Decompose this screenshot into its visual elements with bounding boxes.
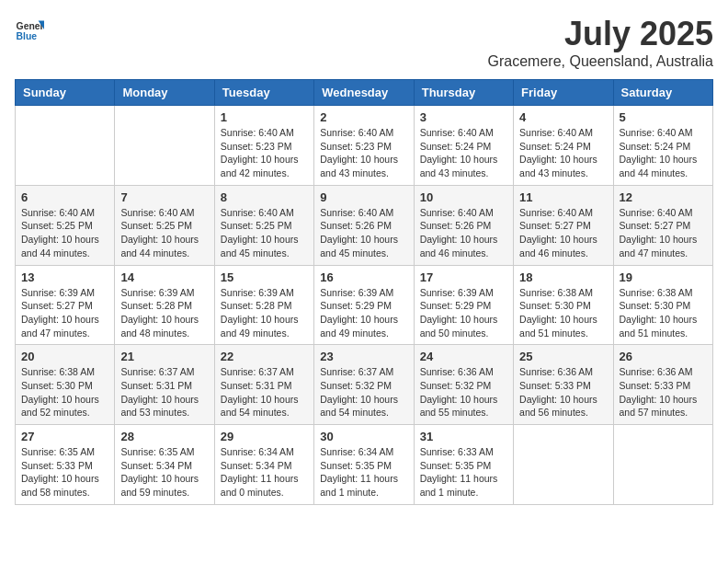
day-info: Sunrise: 6:36 AM Sunset: 5:33 PM Dayligh… [519, 365, 607, 419]
day-info: Sunrise: 6:39 AM Sunset: 5:28 PM Dayligh… [120, 286, 208, 340]
weekday-header-thursday: Thursday [414, 80, 513, 106]
day-number: 14 [120, 270, 208, 284]
weekday-header-monday: Monday [115, 80, 214, 106]
day-info: Sunrise: 6:40 AM Sunset: 5:24 PM Dayligh… [620, 126, 707, 180]
weekday-header-wednesday: Wednesday [314, 80, 414, 106]
day-info: Sunrise: 6:40 AM Sunset: 5:23 PM Dayligh… [221, 126, 308, 180]
day-number: 29 [221, 430, 308, 443]
calendar-cell: 28Sunrise: 6:35 AM Sunset: 5:34 PM Dayli… [115, 425, 214, 505]
weekday-header-tuesday: Tuesday [214, 80, 313, 106]
calendar-cell: 31Sunrise: 6:33 AM Sunset: 5:35 PM Dayli… [414, 425, 513, 505]
day-number: 7 [120, 190, 208, 204]
calendar-cell: 3Sunrise: 6:40 AM Sunset: 5:24 PM Daylig… [414, 106, 513, 186]
calendar-cell: 25Sunrise: 6:36 AM Sunset: 5:33 PM Dayli… [514, 345, 613, 425]
day-info: Sunrise: 6:40 AM Sunset: 5:26 PM Dayligh… [320, 206, 407, 260]
day-info: Sunrise: 6:40 AM Sunset: 5:27 PM Dayligh… [620, 206, 707, 260]
day-number: 21 [120, 350, 208, 363]
week-row-5: 27Sunrise: 6:35 AM Sunset: 5:33 PM Dayli… [16, 425, 713, 505]
calendar-cell: 10Sunrise: 6:40 AM Sunset: 5:26 PM Dayli… [414, 185, 513, 265]
day-info: Sunrise: 6:39 AM Sunset: 5:28 PM Dayligh… [221, 286, 308, 340]
calendar-cell: 30Sunrise: 6:34 AM Sunset: 5:35 PM Dayli… [314, 425, 414, 505]
calendar-cell: 9Sunrise: 6:40 AM Sunset: 5:26 PM Daylig… [314, 185, 414, 265]
calendar-cell: 19Sunrise: 6:38 AM Sunset: 5:30 PM Dayli… [613, 265, 712, 345]
logo-icon: General Blue [15, 15, 44, 44]
day-number: 12 [620, 190, 707, 204]
calendar-cell: 12Sunrise: 6:40 AM Sunset: 5:27 PM Dayli… [613, 185, 712, 265]
calendar-cell: 17Sunrise: 6:39 AM Sunset: 5:29 PM Dayli… [414, 265, 513, 345]
day-number: 17 [420, 270, 507, 284]
day-number: 22 [221, 350, 308, 363]
weekday-header-friday: Friday [514, 80, 613, 106]
day-info: Sunrise: 6:37 AM Sunset: 5:31 PM Dayligh… [221, 365, 308, 419]
day-number: 16 [320, 270, 407, 284]
calendar-cell: 8Sunrise: 6:40 AM Sunset: 5:25 PM Daylig… [214, 185, 313, 265]
day-number: 25 [519, 350, 607, 363]
day-number: 28 [120, 430, 208, 443]
calendar-cell: 7Sunrise: 6:40 AM Sunset: 5:25 PM Daylig… [115, 185, 214, 265]
day-info: Sunrise: 6:37 AM Sunset: 5:32 PM Dayligh… [320, 365, 407, 419]
day-info: Sunrise: 6:40 AM Sunset: 5:25 PM Dayligh… [120, 206, 208, 260]
calendar-cell: 27Sunrise: 6:35 AM Sunset: 5:33 PM Dayli… [16, 425, 115, 505]
day-number: 8 [221, 190, 308, 204]
day-number: 5 [620, 110, 707, 124]
page-header: General Blue July 2025 Gracemere, Queens… [15, 15, 713, 70]
weekday-header-row: SundayMondayTuesdayWednesdayThursdayFrid… [16, 80, 713, 106]
day-number: 19 [620, 270, 707, 284]
day-number: 10 [420, 190, 507, 204]
day-number: 23 [320, 350, 407, 363]
day-info: Sunrise: 6:36 AM Sunset: 5:32 PM Dayligh… [420, 365, 507, 419]
day-info: Sunrise: 6:40 AM Sunset: 5:26 PM Dayligh… [420, 206, 507, 260]
day-number: 9 [320, 190, 407, 204]
day-info: Sunrise: 6:38 AM Sunset: 5:30 PM Dayligh… [620, 286, 707, 340]
day-number: 6 [21, 190, 108, 204]
week-row-1: 1Sunrise: 6:40 AM Sunset: 5:23 PM Daylig… [16, 106, 713, 186]
logo: General Blue [15, 15, 44, 44]
day-info: Sunrise: 6:40 AM Sunset: 5:25 PM Dayligh… [221, 206, 308, 260]
calendar-cell: 15Sunrise: 6:39 AM Sunset: 5:28 PM Dayli… [214, 265, 313, 345]
day-info: Sunrise: 6:38 AM Sunset: 5:30 PM Dayligh… [519, 286, 607, 340]
svg-text:Blue: Blue [17, 31, 38, 41]
calendar-cell: 4Sunrise: 6:40 AM Sunset: 5:24 PM Daylig… [514, 106, 613, 186]
day-info: Sunrise: 6:39 AM Sunset: 5:29 PM Dayligh… [420, 286, 507, 340]
day-number: 26 [620, 350, 707, 363]
calendar-cell [115, 106, 214, 186]
day-info: Sunrise: 6:35 AM Sunset: 5:34 PM Dayligh… [120, 445, 208, 500]
weekday-header-saturday: Saturday [613, 80, 712, 106]
day-number: 2 [320, 110, 407, 124]
calendar-cell [514, 425, 613, 505]
day-number: 20 [21, 350, 108, 363]
day-info: Sunrise: 6:40 AM Sunset: 5:25 PM Dayligh… [21, 206, 108, 260]
day-number: 24 [420, 350, 507, 363]
calendar-cell: 13Sunrise: 6:39 AM Sunset: 5:27 PM Dayli… [16, 265, 115, 345]
calendar-cell: 29Sunrise: 6:34 AM Sunset: 5:34 PM Dayli… [214, 425, 313, 505]
day-info: Sunrise: 6:40 AM Sunset: 5:24 PM Dayligh… [519, 126, 607, 180]
calendar-cell [613, 425, 712, 505]
month-year: July 2025 [488, 15, 713, 53]
week-row-4: 20Sunrise: 6:38 AM Sunset: 5:30 PM Dayli… [16, 345, 713, 425]
calendar-cell: 6Sunrise: 6:40 AM Sunset: 5:25 PM Daylig… [16, 185, 115, 265]
day-number: 11 [519, 190, 607, 204]
week-row-2: 6Sunrise: 6:40 AM Sunset: 5:25 PM Daylig… [16, 185, 713, 265]
calendar-cell: 1Sunrise: 6:40 AM Sunset: 5:23 PM Daylig… [214, 106, 313, 186]
calendar-cell: 24Sunrise: 6:36 AM Sunset: 5:32 PM Dayli… [414, 345, 513, 425]
calendar-cell: 18Sunrise: 6:38 AM Sunset: 5:30 PM Dayli… [514, 265, 613, 345]
calendar-cell: 20Sunrise: 6:38 AM Sunset: 5:30 PM Dayli… [16, 345, 115, 425]
day-info: Sunrise: 6:35 AM Sunset: 5:33 PM Dayligh… [21, 445, 108, 500]
calendar-cell: 26Sunrise: 6:36 AM Sunset: 5:33 PM Dayli… [613, 345, 712, 425]
day-info: Sunrise: 6:37 AM Sunset: 5:31 PM Dayligh… [120, 365, 208, 419]
day-info: Sunrise: 6:33 AM Sunset: 5:35 PM Dayligh… [420, 445, 507, 500]
day-number: 31 [420, 430, 507, 443]
day-info: Sunrise: 6:36 AM Sunset: 5:33 PM Dayligh… [620, 365, 707, 419]
calendar-cell: 2Sunrise: 6:40 AM Sunset: 5:23 PM Daylig… [314, 106, 414, 186]
calendar-cell: 21Sunrise: 6:37 AM Sunset: 5:31 PM Dayli… [115, 345, 214, 425]
calendar-cell: 11Sunrise: 6:40 AM Sunset: 5:27 PM Dayli… [514, 185, 613, 265]
day-info: Sunrise: 6:40 AM Sunset: 5:24 PM Dayligh… [420, 126, 507, 180]
day-info: Sunrise: 6:39 AM Sunset: 5:29 PM Dayligh… [320, 286, 407, 340]
title-block: July 2025 Gracemere, Queensland, Austral… [488, 15, 713, 70]
weekday-header-sunday: Sunday [16, 80, 115, 106]
calendar-cell [16, 106, 115, 186]
calendar-cell: 22Sunrise: 6:37 AM Sunset: 5:31 PM Dayli… [214, 345, 313, 425]
week-row-3: 13Sunrise: 6:39 AM Sunset: 5:27 PM Dayli… [16, 265, 713, 345]
day-info: Sunrise: 6:39 AM Sunset: 5:27 PM Dayligh… [21, 286, 108, 340]
day-number: 30 [320, 430, 407, 443]
